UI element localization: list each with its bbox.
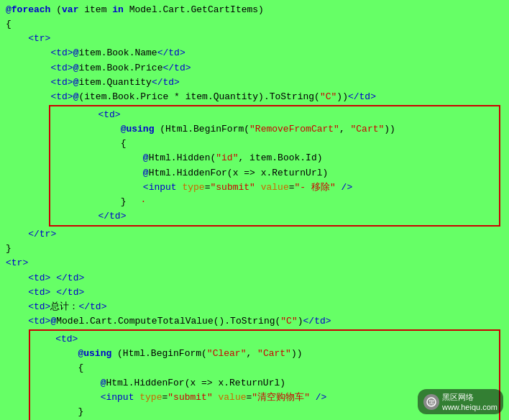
code-line-17: } <box>6 242 503 256</box>
code-line-23: <td> <box>33 332 496 347</box>
code-line-8: <td> <box>53 108 496 122</box>
code-line-24: @using (Html.BeginForm("Clear", "Cart")) <box>33 347 496 361</box>
code-line-21: <td>总计：</td> <box>6 300 503 314</box>
highlight-box-1: <td> @using (Html.BeginForm("RemoveFromC… <box>49 105 500 227</box>
code-line-6: <td>@item.Quantity</td> <box>6 76 503 90</box>
code-line-7: <td>@(item.Book.Price * item.Quantity).T… <box>6 90 503 104</box>
code-line-13: <input type="submit" value="- 移除" /> <box>53 181 496 195</box>
code-line-5: <td>@item.Book.Price</td> <box>6 61 503 76</box>
code-line-16: </tr> <box>6 227 503 242</box>
code-line-19: <td> </td> <box>6 271 503 286</box>
svg-text:黑: 黑 <box>428 399 434 406</box>
watermark-icon: 黑 <box>423 394 439 410</box>
code-line-10: { <box>53 137 496 151</box>
code-line-14: }· <box>53 195 496 209</box>
code-editor: @foreach (var item in Model.Cart.GetCart… <box>0 0 509 420</box>
code-line-9: @using (Html.BeginForm("RemoveFromCart",… <box>53 122 496 137</box>
code-line-22: <td>@Model.Cart.ComputeTotalValue().ToSt… <box>6 314 503 329</box>
watermark: 黑 黑区网络 www.heiqu.com <box>418 389 503 414</box>
code-line-3: <tr> <box>6 32 503 46</box>
code-line-12: @Html.HiddenFor(x => x.ReturnUrl) <box>53 166 496 181</box>
code-line-25: { <box>33 361 496 375</box>
code-line-18: <tr> <box>6 256 503 270</box>
watermark-text: 黑区网络 www.heiqu.com <box>442 392 497 411</box>
code-line-26: @Html.HiddenFor(x => x.ReturnUrl) <box>33 376 496 391</box>
code-line-2: { <box>6 17 503 32</box>
code-line-20: <td> </td> <box>6 286 503 300</box>
code-line-11: @Html.Hidden("id", item.Book.Id) <box>53 151 496 165</box>
code-line-4: <td>@item.Book.Name</td> <box>6 46 503 60</box>
code-line-1: @foreach (var item in Model.Cart.GetCart… <box>6 3 503 17</box>
code-line-15: </td> <box>53 209 496 224</box>
